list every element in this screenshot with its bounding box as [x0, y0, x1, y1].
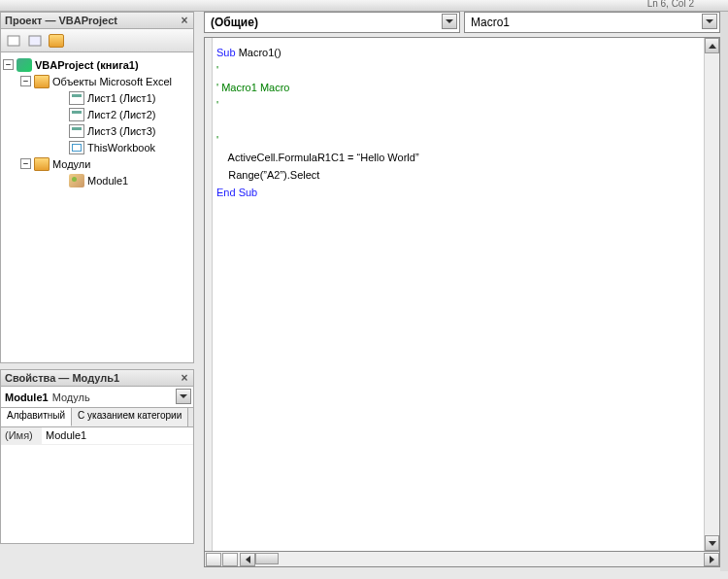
close-icon[interactable]: ×: [178, 371, 191, 385]
svg-rect-0: [8, 36, 19, 46]
view-code-button[interactable]: [5, 32, 22, 50]
tree-thisworkbook[interactable]: ThisWorkbook: [3, 139, 191, 155]
vertical-scrollbar[interactable]: [704, 38, 719, 551]
sheet-label: Лист3 (Лист3): [87, 125, 155, 137]
workbook-label: ThisWorkbook: [87, 142, 155, 153]
object-combo[interactable]: (Общие): [204, 12, 460, 33]
properties-object-combo[interactable]: Module1 Модуль: [0, 387, 194, 408]
properties-tabs: Алфавитный С указанием категории: [0, 408, 194, 427]
properties-header: Свойства — Модуль1 ×: [0, 369, 194, 387]
expand-icon[interactable]: −: [20, 158, 31, 169]
expand-icon[interactable]: −: [20, 76, 31, 86]
tree-folder-objects[interactable]: − Объекты Microsoft Excel: [3, 73, 191, 89]
editor-margin[interactable]: [205, 38, 213, 551]
tree-folder-modules[interactable]: − Модули: [3, 155, 191, 172]
top-toolbar: Ln 6, Col 2: [0, 0, 728, 12]
combo-name: Module1: [5, 392, 49, 403]
folder-icon: [34, 157, 50, 171]
tree-module[interactable]: Module1: [3, 172, 191, 188]
horizontal-scrollbar[interactable]: [240, 553, 719, 566]
object-combo-value: (Общие): [211, 16, 258, 29]
project-tree[interactable]: − VBAProject (книга1) − Объекты Microsof…: [0, 52, 194, 363]
properties-panel: Свойства — Модуль1 × Module1 Модуль Алфа…: [0, 369, 194, 544]
view-object-button[interactable]: [26, 32, 44, 50]
project-panel-toolbar: [0, 29, 194, 52]
sheet-label: Лист1 (Лист1): [87, 92, 155, 104]
combo-type: Модуль: [52, 392, 90, 403]
app-right-scrollbar[interactable]: [720, 12, 728, 571]
scroll-right-arrow-icon[interactable]: [704, 553, 719, 566]
chevron-down-icon[interactable]: [702, 14, 717, 29]
tree-sheet[interactable]: Лист3 (Лист3): [3, 122, 191, 139]
module-label: Module1: [87, 175, 128, 187]
module-icon: [69, 174, 84, 187]
code-text[interactable]: Sub Macro1() ' ' Macro1 Macro ' ' Active…: [216, 44, 702, 201]
full-module-view-button[interactable]: [222, 553, 238, 566]
sheet-label: Лист2 (Лист2): [87, 109, 155, 120]
properties-title: Свойства — Модуль1: [5, 372, 119, 384]
property-value[interactable]: Module1: [42, 427, 90, 444]
project-icon: [17, 58, 32, 72]
folder-icon: [49, 34, 64, 48]
editor-bottom-bar: [204, 552, 720, 567]
procedure-combo-value: Macro1: [471, 16, 510, 29]
chevron-down-icon[interactable]: [442, 14, 457, 29]
worksheet-icon: [69, 91, 84, 105]
expand-icon[interactable]: −: [3, 59, 14, 70]
workbook-icon: [69, 141, 84, 154]
tree-root[interactable]: − VBAProject (книга1): [3, 56, 191, 73]
project-label: VBAProject (книга1): [35, 59, 139, 71]
property-key: (Имя): [1, 427, 42, 444]
code-area: (Общие) Macro1 Sub Macro1() ' ' Macro1 M…: [204, 12, 720, 571]
tab-categorized[interactable]: С указанием категории: [72, 408, 188, 426]
scroll-left-arrow-icon[interactable]: [240, 553, 255, 566]
code-nav-combos: (Общие) Macro1: [204, 12, 720, 35]
scroll-up-arrow-icon[interactable]: [705, 38, 719, 53]
project-panel-header: Проект — VBAProject ×: [0, 12, 194, 29]
toggle-folders-button[interactable]: [48, 32, 65, 50]
svg-rect-1: [29, 36, 41, 46]
cursor-position: Ln 6, Col 2: [647, 0, 694, 9]
code-editor[interactable]: Sub Macro1() ' ' Macro1 Macro ' ' Active…: [204, 37, 720, 552]
property-row[interactable]: (Имя) Module1: [1, 427, 193, 445]
worksheet-icon: [69, 124, 84, 138]
tab-alphabetic[interactable]: Алфавитный: [1, 408, 72, 426]
folder-icon: [34, 75, 50, 88]
chevron-down-icon[interactable]: [176, 389, 191, 404]
scroll-thumb[interactable]: [255, 553, 279, 564]
close-icon[interactable]: ×: [178, 14, 191, 27]
scroll-down-arrow-icon[interactable]: [705, 535, 719, 551]
procedure-combo[interactable]: Macro1: [464, 12, 720, 33]
procedure-view-button[interactable]: [206, 553, 221, 566]
left-pane: Проект — VBAProject × − VBAProject (книг…: [0, 12, 194, 575]
tree-sheet[interactable]: Лист1 (Лист1): [3, 89, 191, 106]
tree-sheet[interactable]: Лист2 (Лист2): [3, 106, 191, 122]
project-panel-title: Проект — VBAProject: [5, 15, 117, 26]
worksheet-icon: [69, 108, 84, 121]
properties-grid[interactable]: (Имя) Module1: [0, 427, 194, 544]
folder-label: Модули: [52, 158, 90, 170]
folder-label: Объекты Microsoft Excel: [52, 76, 172, 87]
